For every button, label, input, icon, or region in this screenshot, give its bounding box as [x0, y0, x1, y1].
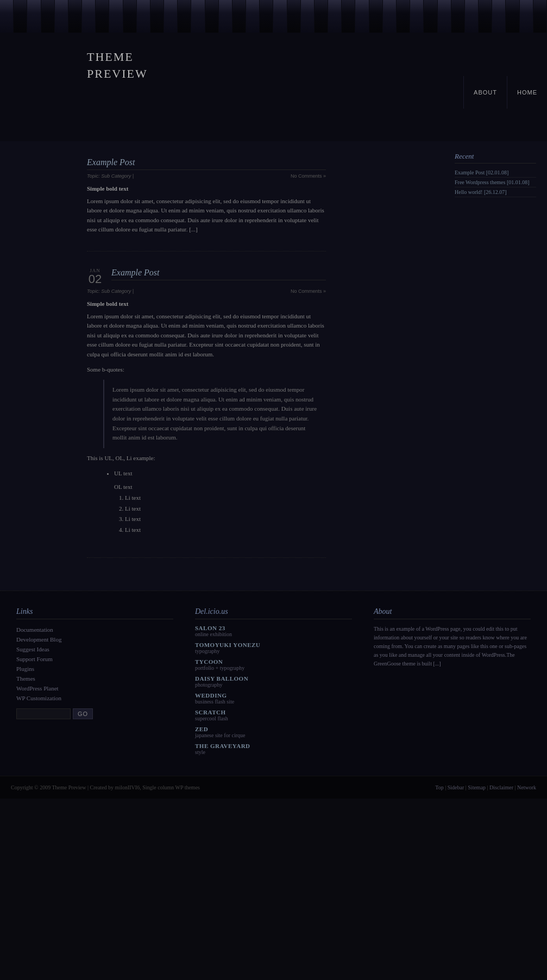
main-nav: ABOUT HOME [463, 33, 547, 141]
site-logo: Theme Preview [0, 33, 148, 83]
sidebar: Recent Example Post [02.01.08] Free Word… [449, 141, 547, 590]
footer-nav-links: Top | Sidebar | Sitemap | Disclaimer | N… [435, 784, 536, 790]
del-item-3: Daisy Balloon photography [195, 675, 352, 688]
recent-post-2[interactable]: Free Wordpress themes [01.01.08] [455, 178, 536, 187]
post-2-meta: Topic: Sub Category | No Comments » [87, 288, 326, 294]
li-2: Li text [125, 504, 326, 514]
li-3: Li text [125, 514, 326, 525]
links-list: Documentation Development Blog Suggest I… [16, 625, 173, 703]
footer-about-col: About This is an example of a WordPress … [368, 607, 536, 759]
about-col-title: About [374, 607, 531, 619]
recent-post-3[interactable]: Hello world! [26.12.07] [455, 187, 536, 197]
post-2: JAN 02 Example Post Topic: Sub Category … [87, 268, 326, 558]
footer-link-top[interactable]: Top [435, 784, 443, 790]
link-suggest[interactable]: Suggest Ideas [16, 644, 173, 654]
footer-link-disclaimer[interactable]: Disclaimer [489, 784, 513, 790]
site-title: Theme Preview [87, 49, 148, 83]
del-item-5: Scratch supercool flash [195, 709, 352, 721]
site-header: Theme Preview ABOUT HOME [0, 33, 547, 141]
nav-about[interactable]: ABOUT [463, 76, 507, 109]
links-col-title: Links [16, 607, 173, 619]
del-item-7: The Graveyard style [195, 743, 352, 755]
link-support[interactable]: Support Forum [16, 654, 173, 664]
footer-link-sidebar[interactable]: Sidebar [448, 784, 464, 790]
link-themes[interactable]: Themes [16, 674, 173, 683]
del-item-0: SALON 23 online exhibition [195, 625, 352, 637]
nav-home[interactable]: HOME [507, 76, 547, 109]
del-item-1: TOMOYUKI YONEZU typography [195, 642, 352, 654]
post-2-body: Simple bold text Lorem ipsum dolor sit a… [87, 299, 326, 536]
li-4: Li text [125, 525, 326, 536]
post-2-title[interactable]: Example Post [111, 268, 326, 280]
search-button[interactable]: GO [73, 708, 93, 719]
recent-post-1[interactable]: Example Post [02.01.08] [455, 168, 536, 178]
del-item-2: TYCOON portfolio + typography [195, 658, 352, 671]
footer-links-col: Links Documentation Development Blog Sug… [11, 607, 179, 759]
del-item-6: ZED japanese site for cirque [195, 726, 352, 738]
post-2-blockquote: Lorem ipsum dolor sit amet, consectetur … [103, 380, 326, 448]
del-item-4: WEDDING business flash site [195, 692, 352, 705]
link-wp-planet[interactable]: WordPress Planet [16, 683, 173, 693]
li-1: Li text [125, 493, 326, 504]
footer-widgets: Links Documentation Development Blog Sug… [0, 590, 547, 776]
post-2-date: JAN 02 [87, 268, 103, 285]
footer-link-sitemap[interactable]: Sitemap [468, 784, 486, 790]
recent-widget-title: Recent [455, 152, 536, 164]
stripes-container [0, 0, 547, 33]
footer-bar: Copyright © 2009 Theme Preview | Created… [0, 776, 547, 799]
link-documentation[interactable]: Documentation [16, 625, 173, 635]
delicious-col-title: Del.icio.us [195, 607, 352, 619]
post-1-title[interactable]: Example Post [87, 158, 326, 170]
post-2-header: JAN 02 Example Post [87, 268, 326, 285]
main-content: Example Post Topic: Sub Category | No Co… [0, 141, 337, 590]
top-decorative-bar [0, 0, 547, 33]
recent-posts-list: Example Post [02.01.08] Free Wordpress t… [455, 168, 536, 197]
footer-delicious-col: Del.icio.us SALON 23 online exhibition T… [190, 607, 357, 759]
recent-posts-widget: Recent Example Post [02.01.08] Free Word… [455, 152, 536, 197]
link-wp-custom[interactable]: WP Customization [16, 693, 173, 703]
post-1-meta: Topic: Sub Category | No Comments » [87, 173, 326, 179]
main-wrapper: Example Post Topic: Sub Category | No Co… [0, 141, 547, 590]
footer-link-network[interactable]: Network [517, 784, 536, 790]
copyright: Copyright © 2009 Theme Preview | Created… [11, 784, 200, 790]
about-text: This is an example of a WordPress page, … [374, 625, 531, 668]
search-input[interactable] [16, 708, 71, 719]
link-dev-blog[interactable]: Development Blog [16, 635, 173, 644]
post-1: Example Post Topic: Sub Category | No Co… [87, 158, 326, 252]
post-1-body: Simple bold text Lorem ipsum dolor sit a… [87, 184, 326, 235]
link-plugins[interactable]: Plugins [16, 664, 173, 674]
post-2-list-example: UL text OL text Li text Li text Li text … [103, 468, 326, 536]
search-row: GO [16, 708, 173, 719]
